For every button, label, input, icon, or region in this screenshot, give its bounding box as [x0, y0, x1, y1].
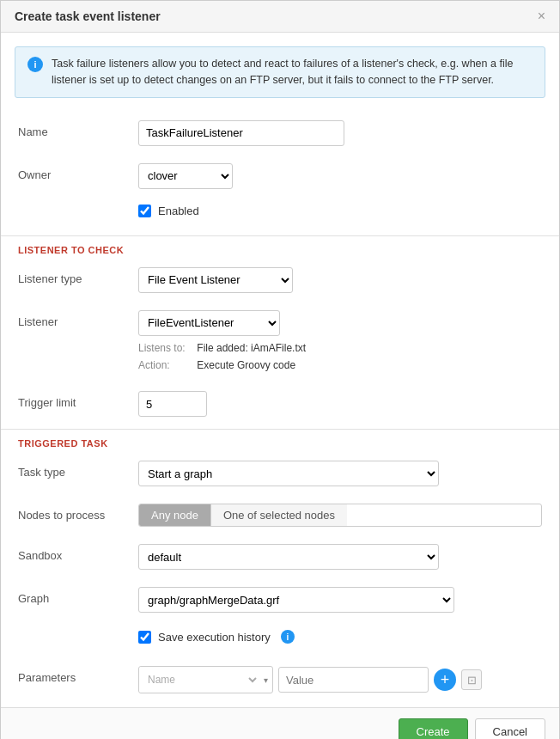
- parameters-row: Parameters Name ▾ + ⊡: [18, 657, 542, 707]
- one-of-selected-button[interactable]: One of selected nodes: [211, 504, 347, 526]
- listener-section-title: LISTENER TO CHECK: [1, 236, 559, 259]
- owner-label: Owner: [18, 163, 138, 181]
- listener-info-listens: Listens to: File added: iAmAFile.txt: [138, 339, 542, 357]
- remove-param-button[interactable]: ⊡: [461, 669, 482, 690]
- nodes-control: Any node One of selected nodes: [138, 504, 542, 527]
- save-history-spacer: [18, 625, 138, 630]
- enabled-row: Enabled: [18, 198, 542, 232]
- save-history-label: Save execution history: [158, 631, 271, 644]
- owner-control: clover admin: [138, 163, 542, 189]
- enabled-label-spacer: [18, 199, 138, 205]
- listener-type-label: Listener type: [18, 267, 138, 285]
- dialog-header: Create task event listener ×: [1, 1, 559, 33]
- sandbox-control: default: [138, 544, 542, 570]
- nodes-label: Nodes to process: [18, 504, 138, 522]
- info-box: i Task failure listeners allow you to de…: [15, 46, 545, 98]
- save-history-checkbox[interactable]: [138, 631, 151, 644]
- parameters-label: Parameters: [18, 666, 138, 684]
- listener-info-action: Action: Execute Groovy code: [138, 357, 542, 374]
- create-task-dialog: Create task event listener × i Task fail…: [0, 0, 560, 739]
- listener-label: Listener: [18, 310, 138, 328]
- nodes-toggle: Any node One of selected nodes: [138, 504, 542, 527]
- form-section: Name Owner clover admin: [1, 112, 559, 232]
- action-label: Action:: [138, 357, 194, 374]
- action-value: Execute Groovy code: [197, 359, 295, 371]
- listener-type-control: File Event Listener HTTP Event Listener: [138, 267, 542, 293]
- listens-to-value: File added: iAmAFile.txt: [197, 342, 306, 354]
- save-history-checkbox-row: Save execution history i: [138, 625, 295, 649]
- dialog-body: i Task failure listeners allow you to de…: [1, 33, 559, 707]
- trigger-limit-row: Trigger limit: [18, 382, 542, 425]
- trigger-limit-label: Trigger limit: [18, 391, 138, 409]
- enabled-checkbox[interactable]: [138, 205, 151, 217]
- save-history-info-icon[interactable]: i: [281, 630, 295, 644]
- dialog-title: Create task event listener: [15, 9, 161, 23]
- trigger-limit-control: [138, 391, 542, 417]
- param-name-chevron-icon: ▾: [259, 675, 272, 685]
- name-input[interactable]: [138, 120, 344, 146]
- cancel-button[interactable]: Cancel: [475, 718, 545, 739]
- sandbox-select[interactable]: default: [138, 544, 439, 570]
- task-type-select[interactable]: Start a graph Execute job: [138, 461, 439, 486]
- enabled-label: Enabled: [158, 205, 199, 217]
- param-name-select[interactable]: Name: [139, 667, 259, 693]
- nodes-row: Nodes to process Any node One of selecte…: [18, 495, 542, 535]
- dialog-footer: Create Cancel: [1, 707, 559, 739]
- triggered-task-section: Task type Start a graph Execute job Node…: [1, 452, 559, 707]
- sandbox-row: Sandbox default: [18, 535, 542, 578]
- info-text: Task failure listeners allow you to dete…: [52, 56, 533, 89]
- trigger-limit-input[interactable]: [138, 391, 207, 417]
- listens-to-label: Listens to:: [138, 339, 194, 357]
- listener-row: Listener FileEventListener Listens to: F…: [18, 302, 542, 383]
- graph-label: Graph: [18, 587, 138, 605]
- graph-row: Graph graph/graphMergeData.grf: [18, 578, 542, 621]
- listener-info: Listens to: File added: iAmAFile.txt Act…: [138, 339, 542, 375]
- triggered-task-title: TRIGGERED TASK: [1, 430, 559, 452]
- parameters-control: Name ▾ + ⊡: [138, 666, 542, 693]
- info-icon: i: [27, 57, 43, 72]
- listener-type-select[interactable]: File Event Listener HTTP Event Listener: [138, 267, 293, 293]
- listener-select[interactable]: FileEventListener: [138, 310, 280, 336]
- name-control: [138, 120, 542, 146]
- listener-form-section: Listener type File Event Listener HTTP E…: [1, 259, 559, 426]
- create-button[interactable]: Create: [399, 718, 468, 739]
- enabled-checkbox-row: Enabled: [138, 199, 199, 223]
- sandbox-label: Sandbox: [18, 544, 138, 562]
- remove-param-icon: ⊡: [467, 674, 477, 687]
- params-row: Name ▾ + ⊡: [138, 666, 542, 693]
- any-node-button[interactable]: Any node: [139, 504, 211, 526]
- graph-select[interactable]: graph/graphMergeData.grf: [138, 587, 454, 613]
- listener-control: FileEventListener Listens to: File added…: [138, 310, 542, 375]
- listener-type-row: Listener type File Event Listener HTTP E…: [18, 259, 542, 302]
- save-history-row: Save execution history i: [18, 621, 542, 657]
- graph-control: graph/graphMergeData.grf: [138, 587, 542, 613]
- task-type-control: Start a graph Execute job: [138, 461, 542, 486]
- owner-row: Owner clover admin: [18, 155, 542, 198]
- close-button[interactable]: ×: [538, 9, 545, 23]
- owner-select[interactable]: clover admin: [138, 163, 233, 189]
- add-param-button[interactable]: +: [434, 669, 456, 691]
- task-type-row: Task type Start a graph Execute job: [18, 452, 542, 495]
- name-label: Name: [18, 120, 138, 138]
- param-value-input[interactable]: [278, 667, 429, 693]
- param-name-wrap: Name ▾: [138, 666, 273, 693]
- name-row: Name: [18, 112, 542, 155]
- task-type-label: Task type: [18, 461, 138, 479]
